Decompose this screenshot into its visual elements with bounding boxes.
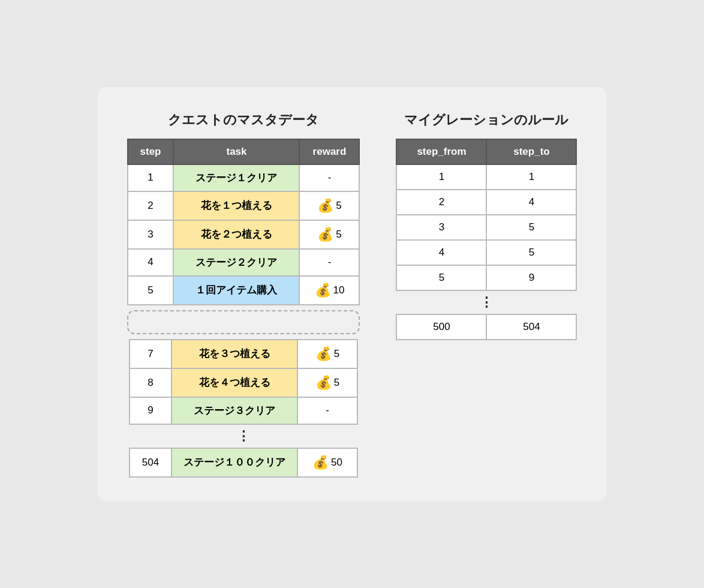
step-from-cell: 1	[396, 164, 486, 190]
task-cell: ステージ１００クリア	[172, 448, 297, 477]
quest-table-top: step task reward 1ステージ１クリア-2花を１つ植える💰53花を…	[127, 139, 360, 305]
col-task: task	[173, 139, 299, 164]
step-to-cell: 1	[486, 164, 576, 190]
table-row: 504ステージ１００クリア💰50	[130, 448, 357, 477]
table-row: 9ステージ３クリア-	[130, 397, 357, 424]
table-row: 8花を４つ植える💰5	[130, 368, 357, 397]
table-row: 7花を３つ植える💰5	[130, 340, 357, 368]
right-section: マイグレーションのルール step_from step_to 112435455…	[396, 111, 577, 340]
left-section: クエストのマスタデータ step task reward 1ステージ１クリア-2…	[127, 111, 360, 478]
task-cell: ステージ１クリア	[173, 164, 299, 191]
step-to-cell: 4	[486, 190, 576, 215]
table-row: 5１回アイテム購入💰10	[128, 276, 360, 305]
coin-icon: 💰	[315, 346, 332, 362]
reward-cell: -	[297, 397, 357, 424]
task-cell: 花を１つ植える	[173, 191, 299, 220]
table-row: 11	[396, 164, 576, 190]
step-cell: 2	[128, 191, 174, 220]
step-cell: 3	[128, 220, 174, 249]
task-cell: 花を４つ植える	[172, 368, 297, 397]
reward-cell: -	[299, 164, 359, 191]
reward-value: 5	[334, 377, 339, 389]
reward-cell: 💰5	[297, 368, 357, 397]
coin-icon: 💰	[315, 375, 332, 391]
left-title: クエストのマスタデータ	[168, 111, 319, 129]
dashed-separator	[127, 310, 360, 334]
migration-table-top: step_from step_to 1124354559	[396, 139, 577, 291]
step-cell: 5	[128, 276, 174, 305]
reward-value: 5	[336, 200, 341, 212]
table-row: 59	[396, 265, 576, 290]
coin-icon: 💰	[312, 455, 329, 470]
table-row: 24	[396, 190, 576, 215]
step-cell: 4	[128, 249, 174, 276]
table-row: 3花を２つ植える💰5	[128, 220, 360, 249]
dots-mid: ⋮	[237, 425, 250, 448]
table-row: 35	[396, 215, 576, 240]
table-row: 45	[396, 240, 576, 265]
right-title: マイグレーションのルール	[404, 111, 568, 129]
task-cell: １回アイテム購入	[173, 276, 299, 305]
table-row: 500504	[396, 314, 576, 340]
coin-icon: 💰	[317, 227, 333, 242]
step-cell: 504	[130, 448, 172, 477]
step-to-cell: 9	[486, 265, 576, 290]
step-from-cell: 500	[396, 314, 486, 340]
step-cell: 7	[130, 340, 172, 368]
migration-dots: ⋮	[480, 291, 493, 314]
reward-value: 5	[336, 229, 341, 241]
task-cell: ステージ２クリア	[173, 249, 299, 276]
col-step-from: step_from	[396, 139, 486, 164]
reward-value: 5	[334, 348, 339, 360]
quest-table-mid: 7花を３つ植える💰58花を４つ植える💰59ステージ３クリア-	[129, 339, 358, 425]
reward-cell: 💰5	[297, 340, 357, 368]
step-cell: 9	[130, 397, 172, 424]
step-to-cell: 504	[486, 314, 576, 340]
coin-icon: 💰	[317, 198, 333, 214]
reward-value: 10	[333, 284, 345, 296]
step-to-cell: 5	[486, 240, 576, 265]
col-reward: reward	[299, 139, 359, 164]
table-row: 1ステージ１クリア-	[128, 164, 360, 191]
step-cell: 8	[130, 368, 172, 397]
coin-icon: 💰	[315, 283, 331, 298]
reward-cell: 💰50	[297, 448, 357, 477]
task-cell: 花を３つ植える	[172, 340, 297, 368]
task-cell: ステージ３クリア	[172, 397, 297, 424]
task-cell: 花を２つ植える	[173, 220, 299, 249]
step-from-cell: 2	[396, 190, 486, 215]
reward-cell: -	[299, 249, 359, 276]
step-from-cell: 5	[396, 265, 486, 290]
step-cell: 1	[128, 164, 174, 191]
col-step-to: step_to	[486, 139, 576, 164]
reward-cell: 💰5	[299, 191, 359, 220]
step-from-cell: 3	[396, 215, 486, 240]
reward-value: 50	[331, 457, 342, 469]
reward-cell: 💰10	[299, 276, 359, 305]
col-step: step	[128, 139, 174, 164]
migration-table-bottom: 500504	[396, 314, 577, 340]
step-from-cell: 4	[396, 240, 486, 265]
page-wrapper: クエストのマスタデータ step task reward 1ステージ１クリア-2…	[97, 87, 607, 502]
table-row: 2花を１つ植える💰5	[128, 191, 360, 220]
step-to-cell: 5	[486, 215, 576, 240]
quest-table-bottom: 504ステージ１００クリア💰50	[129, 448, 358, 478]
table-row: 4ステージ２クリア-	[128, 249, 360, 276]
reward-cell: 💰5	[299, 220, 359, 249]
